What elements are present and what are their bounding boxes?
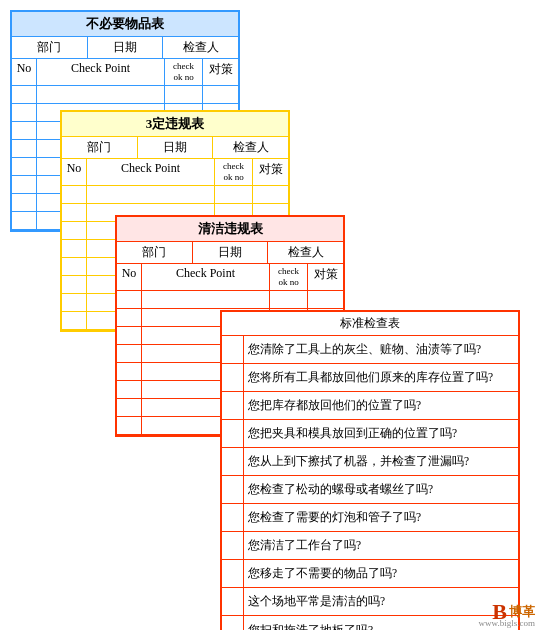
table-row	[117, 291, 343, 309]
blue-col-dc: 对策	[203, 59, 238, 85]
checklist-card: 标准检查表 您清除了工具上的灰尘、赃物、油渍等了吗? 您将所有工具都放回他们原来…	[220, 310, 520, 630]
list-item: 您把夹具和模具放回到正确的位置了吗?	[222, 420, 518, 448]
yellow-date: 日期	[138, 137, 214, 158]
checkbox	[222, 364, 244, 391]
blue-col-cp: Check Point	[37, 59, 165, 85]
checkbox	[222, 616, 244, 630]
checkbox	[222, 420, 244, 447]
watermark-url: www.bigls.com	[479, 618, 535, 628]
yellow-col-dc: 对策	[253, 159, 288, 185]
red-col-no: No	[117, 264, 142, 290]
check-text-10: 这个场地平常是清洁的吗?	[244, 592, 518, 611]
blue-inspector: 检查人	[163, 37, 238, 58]
check-text-4: 您把夹具和模具放回到正确的位置了吗?	[244, 424, 518, 443]
list-item: 您将所有工具都放回他们原来的库存位置了吗?	[222, 364, 518, 392]
checkbox	[222, 336, 244, 363]
list-item: 您扫和拖洗了地板了吗?	[222, 616, 518, 630]
red-col-dc: 对策	[308, 264, 343, 290]
list-item: 您检查了需要的灯泡和管子了吗?	[222, 504, 518, 532]
check-text-11: 您扫和拖洗了地板了吗?	[244, 621, 518, 631]
red-card-title: 清洁违规表	[117, 217, 343, 242]
check-text-8: 您清洁了工作台了吗?	[244, 536, 518, 555]
table-row	[62, 186, 288, 204]
checkbox	[222, 532, 244, 559]
list-item: 这个场地平常是清洁的吗?	[222, 588, 518, 616]
checkbox	[222, 392, 244, 419]
list-item: 您从上到下擦拭了机器，并检查了泄漏吗?	[222, 448, 518, 476]
check-text-3: 您把库存都放回他们的位置了吗?	[244, 396, 518, 415]
check-text-9: 您移走了不需要的物品了吗?	[244, 564, 518, 583]
red-dept: 部门	[117, 242, 193, 263]
check-text-6: 您检查了松动的螺母或者螺丝了吗?	[244, 480, 518, 499]
red-inspector: 检查人	[268, 242, 343, 263]
list-item: 您把库存都放回他们的位置了吗?	[222, 392, 518, 420]
checkbox	[222, 476, 244, 503]
yellow-col-no: No	[62, 159, 87, 185]
red-col-cp: Check Point	[142, 264, 270, 290]
list-item: 您清洁了工作台了吗?	[222, 532, 518, 560]
list-item: 您检查了松动的螺母或者螺丝了吗?	[222, 476, 518, 504]
red-row-header: No Check Point check ok no 对策	[117, 264, 343, 291]
checklist-title: 标准检查表	[222, 312, 518, 336]
yellow-dept: 部门	[62, 137, 138, 158]
red-col-check: check ok no	[270, 264, 308, 290]
blue-card-subheader: 部门 日期 检查人	[12, 37, 238, 59]
checkbox	[222, 448, 244, 475]
list-item: 您清除了工具上的灰尘、赃物、油渍等了吗?	[222, 336, 518, 364]
check-text-7: 您检查了需要的灯泡和管子了吗?	[244, 508, 518, 527]
blue-date: 日期	[88, 37, 164, 58]
blue-dept: 部门	[12, 37, 88, 58]
blue-row-header: No Check Point check ok no 对策	[12, 59, 238, 86]
blue-col-check: check ok no	[165, 59, 203, 85]
yellow-inspector: 检查人	[213, 137, 288, 158]
check-text-5: 您从上到下擦拭了机器，并检查了泄漏吗?	[244, 452, 518, 471]
blue-col-no: No	[12, 59, 37, 85]
checkbox	[222, 504, 244, 531]
red-date: 日期	[193, 242, 269, 263]
check-text-1: 您清除了工具上的灰尘、赃物、油渍等了吗?	[244, 340, 518, 359]
red-card-subheader: 部门 日期 检查人	[117, 242, 343, 264]
blue-card-title: 不必要物品表	[12, 12, 238, 37]
yellow-row-header: No Check Point check ok no 对策	[62, 159, 288, 186]
yellow-card-title: 3定违规表	[62, 112, 288, 137]
check-text-2: 您将所有工具都放回他们原来的库存位置了吗?	[244, 368, 518, 387]
yellow-col-cp: Check Point	[87, 159, 215, 185]
checkbox	[222, 560, 244, 587]
list-item: 您移走了不需要的物品了吗?	[222, 560, 518, 588]
checkbox	[222, 588, 244, 615]
yellow-col-check: check ok no	[215, 159, 253, 185]
yellow-card-subheader: 部门 日期 检查人	[62, 137, 288, 159]
table-row	[12, 86, 238, 104]
